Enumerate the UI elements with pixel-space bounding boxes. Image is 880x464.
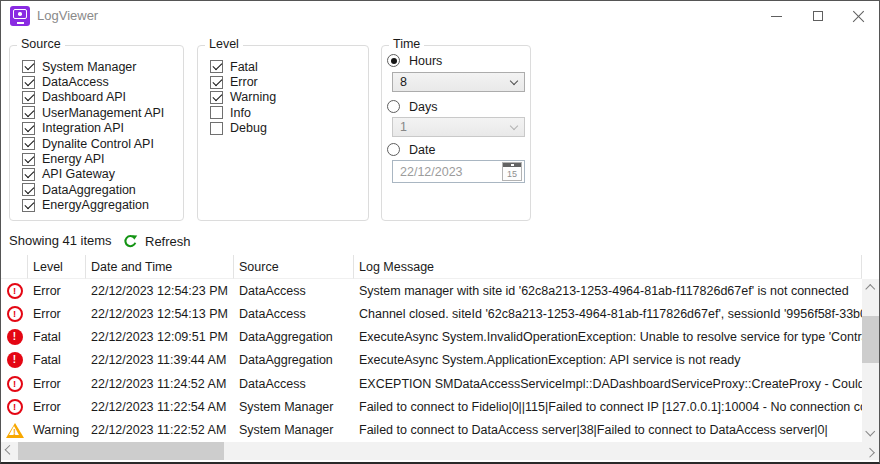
checkbox-icon <box>210 60 223 73</box>
message-cell: ExecuteAsync System.InvalidOperationExce… <box>354 330 862 344</box>
checkbox-icon <box>210 91 223 104</box>
source-cell: DataAccess <box>234 377 354 391</box>
datetime-cell: 22/12/2023 11:24:52 AM <box>86 377 234 391</box>
level-checkbox-fatal[interactable]: Fatal <box>210 59 365 74</box>
scroll-right-button[interactable] <box>862 442 879 460</box>
datetime-cell: 22/12/2023 11:22:54 AM <box>86 400 234 414</box>
combobox-value: 8 <box>400 75 511 89</box>
horizontal-scrollbar[interactable] <box>1 442 879 460</box>
level-checkbox-error[interactable]: Error <box>210 74 365 89</box>
warning-icon <box>6 423 24 438</box>
level-cell: Error <box>28 307 86 321</box>
scroll-up-button[interactable] <box>862 279 879 296</box>
source-checkbox-api-gateway[interactable]: API Gateway <box>22 167 180 182</box>
app-icon <box>10 6 30 26</box>
scroll-down-button[interactable] <box>862 425 879 442</box>
error-icon <box>7 283 23 299</box>
table-row[interactable]: Error 22/12/2023 12:54:13 PM DataAccess … <box>1 302 862 325</box>
scroll-left-button[interactable] <box>1 442 18 460</box>
log-table: Error 22/12/2023 12:54:23 PM DataAccess … <box>1 279 862 442</box>
column-header-level[interactable]: Level <box>28 255 86 279</box>
status-bar: Showing 41 items Refresh <box>9 231 871 251</box>
vertical-scrollbar-thumb[interactable] <box>862 316 879 363</box>
source-checkbox-dynalite-control-api[interactable]: Dynalite Control API <box>22 136 180 151</box>
minimize-button[interactable] <box>756 1 797 31</box>
maximize-button[interactable] <box>797 1 838 31</box>
monitor-stand <box>17 22 24 24</box>
level-icon-cell <box>1 302 28 325</box>
checkbox-icon <box>22 91 35 104</box>
error-icon <box>7 306 23 322</box>
level-checkbox-debug[interactable]: Debug <box>210 121 365 136</box>
maximize-icon <box>813 11 823 21</box>
close-button[interactable] <box>838 1 879 31</box>
calendar-day-number: 15 <box>503 168 521 180</box>
table-row[interactable]: Warning 22/12/2023 11:22:52 AM System Ma… <box>1 419 862 442</box>
days-radio[interactable]: Days <box>387 99 437 114</box>
datetime-cell: 22/12/2023 12:54:13 PM <box>86 307 234 321</box>
source-checkbox-system-manager[interactable]: System Manager <box>22 59 180 74</box>
horizontal-scrollbar-thumb[interactable] <box>18 442 224 460</box>
checkbox-icon <box>210 122 223 135</box>
level-groupbox: Level Fatal Error Warning Info Debug <box>197 45 369 221</box>
checkbox-icon <box>22 60 35 73</box>
table-row[interactable]: Fatal 22/12/2023 12:09:51 PM DataAggrega… <box>1 326 862 349</box>
table-row[interactable]: Error 22/12/2023 11:24:52 AM DataAccess … <box>1 372 862 395</box>
level-cell: Fatal <box>28 330 86 344</box>
checkbox-label: Debug <box>230 121 267 135</box>
checkbox-icon <box>22 137 35 150</box>
source-checkbox-dashboard-api[interactable]: Dashboard API <box>22 90 180 105</box>
title-bar[interactable]: LogViewer <box>1 1 879 31</box>
items-count-text: Showing 41 items <box>9 231 112 251</box>
error-icon <box>7 399 23 415</box>
checkbox-label: Energy API <box>42 152 105 166</box>
level-cell: Fatal <box>28 353 86 367</box>
checkbox-icon <box>22 168 35 181</box>
radio-label: Hours <box>409 54 442 68</box>
monitor-dot <box>18 12 22 16</box>
chevron-down-icon <box>510 76 518 84</box>
column-header-datetime[interactable]: Date and Time <box>86 255 234 279</box>
window-controls <box>756 1 879 31</box>
date-input[interactable]: 22/12/2023 15 <box>392 160 525 183</box>
level-icon-cell <box>1 372 28 395</box>
source-cell: DataAggregation <box>234 353 354 367</box>
source-checkbox-dataaggregation[interactable]: DataAggregation <box>22 182 180 197</box>
level-checkbox-warning[interactable]: Warning <box>210 90 365 105</box>
checkbox-label: API Gateway <box>42 167 115 181</box>
radio-icon <box>387 54 400 67</box>
radio-label: Days <box>409 100 437 114</box>
fatal-icon <box>7 352 23 368</box>
source-checkbox-energy-api[interactable]: Energy API <box>22 151 180 166</box>
source-cell: DataAccess <box>234 307 354 321</box>
window-title: LogViewer <box>37 1 98 31</box>
level-cell: Error <box>28 400 86 414</box>
date-radio[interactable]: Date <box>387 142 435 157</box>
level-icon-cell <box>1 349 28 372</box>
table-row[interactable]: Error 22/12/2023 12:54:23 PM DataAccess … <box>1 279 862 302</box>
source-checkbox-usermanagement-api[interactable]: UserManagement API <box>22 105 180 120</box>
column-header-icon[interactable] <box>1 255 28 279</box>
hours-radio[interactable]: Hours <box>387 53 442 68</box>
checkbox-label: Info <box>230 106 251 120</box>
checkbox-label: Integration API <box>42 121 124 135</box>
table-row[interactable]: Fatal 22/12/2023 11:39:44 AM DataAggrega… <box>1 349 862 372</box>
column-header-message[interactable]: Log Message <box>354 255 862 279</box>
column-header-source[interactable]: Source <box>234 255 354 279</box>
refresh-button[interactable]: Refresh <box>123 231 191 251</box>
checkbox-label: Error <box>230 75 258 89</box>
chevron-right-icon <box>866 448 875 457</box>
vertical-scrollbar[interactable] <box>862 279 879 442</box>
checkbox-label: Dynalite Control API <box>42 137 154 151</box>
hours-combobox[interactable]: 8 <box>392 72 525 92</box>
source-checkbox-energyaggregation[interactable]: EnergyAggregation <box>22 198 180 213</box>
calendar-icon[interactable]: 15 <box>502 162 522 181</box>
level-checkbox-info[interactable]: Info <box>210 105 365 120</box>
days-combobox[interactable]: 1 <box>392 117 525 137</box>
level-icon-cell <box>1 279 28 302</box>
source-cell: DataAccess <box>234 284 354 298</box>
minimize-icon <box>771 16 782 17</box>
source-checkbox-dataaccess[interactable]: DataAccess <box>22 74 180 89</box>
table-row[interactable]: Error 22/12/2023 11:22:54 AM System Mana… <box>1 395 862 418</box>
source-checkbox-integration-api[interactable]: Integration API <box>22 121 180 136</box>
